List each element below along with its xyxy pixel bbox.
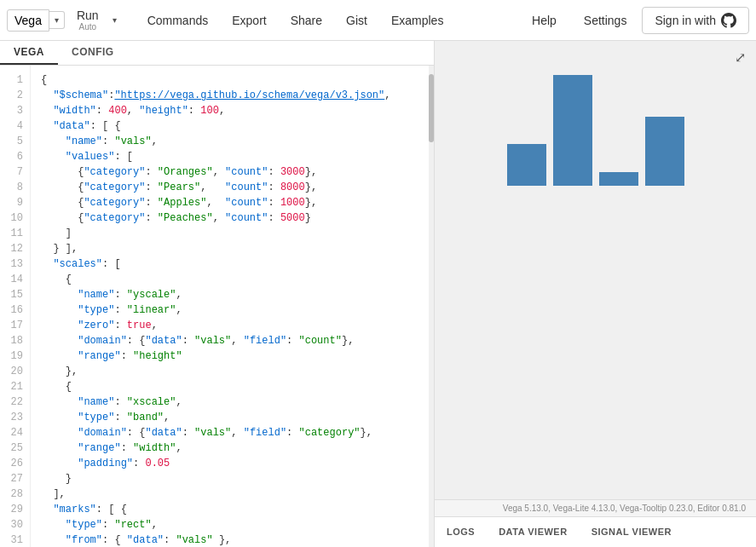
top-nav: Vega ▾ Run Auto ▾ Commands Export Share … [0, 0, 756, 41]
bar-pears [553, 75, 592, 186]
nav-right: Help Settings Sign in with [520, 0, 749, 41]
code-content[interactable]: { "$schema":"https://vega.github.io/sche… [31, 66, 434, 547]
run-sub-label: Auto [78, 22, 96, 32]
menu-export[interactable]: Export [220, 0, 278, 41]
menu-gist[interactable]: Gist [334, 0, 379, 41]
viz-area: ⤢ [435, 41, 756, 499]
status-text: Vega 5.13.0, Vega-Lite 4.13.0, Vega-Tool… [503, 504, 746, 513]
brand-label[interactable]: Vega [7, 9, 49, 32]
run-group: Run Auto ▾ [68, 7, 122, 33]
menu-share[interactable]: Share [279, 0, 334, 41]
signin-button[interactable]: Sign in with [642, 7, 749, 34]
run-label: Run [77, 9, 99, 22]
status-bar: Vega 5.13.0, Vega-Lite 4.13.0, Vega-Tool… [435, 499, 756, 516]
editor-tabs: VEGA CONFIG [0, 41, 434, 66]
scrollbar-track[interactable] [429, 66, 434, 547]
menu-examples[interactable]: Examples [379, 0, 455, 41]
bottom-tabs: LOGS DATA VIEWER SIGNAL VIEWER [435, 516, 756, 547]
bar-oranges [507, 144, 546, 186]
help-button[interactable]: Help [520, 0, 568, 41]
bar-chart [507, 75, 684, 186]
tab-vega[interactable]: VEGA [0, 41, 58, 65]
left-panel: VEGA CONFIG 12345 678910 1112131415 1617… [0, 41, 435, 547]
signin-label: Sign in with [655, 14, 716, 27]
brand-group: Vega ▾ [7, 9, 65, 32]
bar-apples [599, 172, 638, 186]
brand-dropdown-arrow[interactable]: ▾ [49, 11, 65, 29]
tab-logs[interactable]: LOGS [435, 517, 487, 547]
menu-commands[interactable]: Commands [136, 0, 221, 41]
main-layout: VEGA CONFIG 12345 678910 1112131415 1617… [0, 41, 756, 547]
tab-signal-viewer[interactable]: SIGNAL VIEWER [580, 517, 684, 547]
bar-peaches [645, 117, 684, 186]
scrollbar-thumb[interactable] [429, 74, 434, 142]
run-button[interactable]: Run Auto [68, 7, 107, 33]
expand-icon[interactable]: ⤢ [735, 49, 746, 66]
tab-config[interactable]: CONFIG [58, 41, 128, 65]
run-dropdown-arrow[interactable]: ▾ [107, 12, 122, 28]
line-numbers: 12345 678910 1112131415 1617181920 21222… [0, 66, 31, 547]
tab-data-viewer[interactable]: DATA VIEWER [487, 517, 579, 547]
settings-button[interactable]: Settings [572, 0, 639, 41]
github-icon [721, 13, 736, 28]
code-editor[interactable]: 12345 678910 1112131415 1617181920 21222… [0, 66, 434, 547]
right-panel: ⤢ Vega 5.13.0, Vega-Lite 4.13.0, Vega-To… [435, 41, 756, 547]
